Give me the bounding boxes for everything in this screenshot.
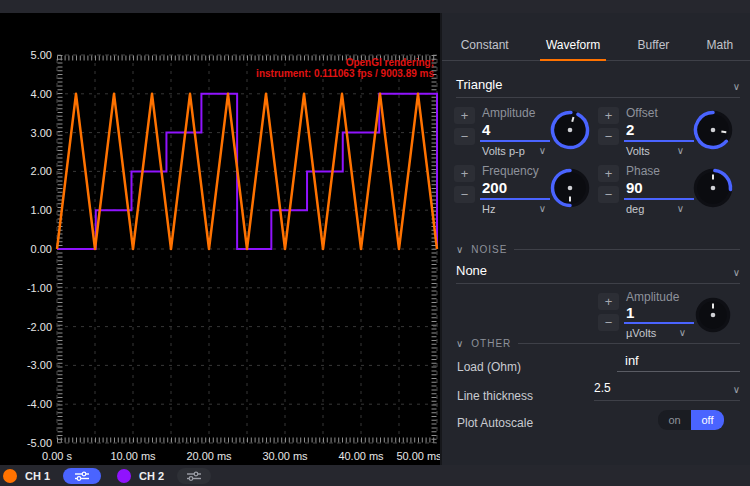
- offset-decrement-button[interactable]: −: [598, 128, 619, 145]
- opengl-fps-overlay: instrument: 0.111063 fps / 9003.89 ms: [256, 68, 434, 79]
- waveform-plot[interactable]: 5.004.003.002.001.000.00-1.00-2.00-3.00-…: [0, 13, 440, 465]
- load-input[interactable]: [617, 353, 740, 372]
- ch2-color-dot[interactable]: [117, 469, 131, 483]
- autoscale-on-option[interactable]: on: [658, 410, 691, 430]
- tab-math[interactable]: Math: [701, 38, 740, 60]
- frequency-value[interactable]: 200: [482, 179, 507, 196]
- offset-increment-button[interactable]: +: [598, 107, 619, 124]
- y-axis-tick-label: -3.00: [27, 359, 52, 371]
- phase-increment-button[interactable]: +: [598, 165, 619, 182]
- x-axis-tick-label: 10.00 ms: [110, 450, 156, 462]
- x-axis-tick-label: 50.00 ms: [396, 450, 440, 462]
- chevron-down-icon: ∨: [679, 328, 686, 338]
- amplitude-label: Amplitude: [482, 106, 535, 120]
- chevron-down-icon: ∨: [539, 204, 546, 214]
- phase-value[interactable]: 90: [626, 179, 643, 196]
- noise-section-label: NOISE: [471, 244, 507, 255]
- chevron-down-icon: ∨: [456, 339, 464, 349]
- chevron-down-icon: ∨: [456, 245, 464, 255]
- y-axis-tick-label: 1.00: [31, 204, 52, 216]
- noise-section-header[interactable]: ∨ NOISE: [456, 244, 740, 255]
- autoscale-off-option[interactable]: off: [691, 410, 724, 430]
- knob-center-dot: [711, 313, 716, 318]
- phase-unit-dropdown[interactable]: deg ∨: [626, 203, 684, 215]
- tab-buffer[interactable]: Buffer: [632, 38, 676, 60]
- amplitude-unit-dropdown[interactable]: Volts p-p ∨: [482, 145, 546, 157]
- phase-knob[interactable]: [692, 167, 734, 213]
- section-divider: [514, 249, 740, 250]
- noise-amplitude-label: Amplitude: [626, 290, 679, 304]
- ch1-color-dot[interactable]: [3, 469, 17, 483]
- knob-center-dot: [568, 128, 573, 133]
- phase-decrement-button[interactable]: −: [598, 186, 619, 203]
- window-top-bar: [0, 0, 750, 13]
- frequency-unit-dropdown[interactable]: Hz ∨: [482, 203, 546, 215]
- line-thickness-label: Line thickness: [457, 389, 533, 403]
- amplitude-knob[interactable]: [549, 109, 591, 155]
- line-thickness-dropdown[interactable]: 2.5 ∨: [594, 381, 740, 401]
- frequency-label: Frequency: [482, 164, 539, 178]
- frequency-decrement-button[interactable]: −: [454, 186, 475, 203]
- ch2-settings-button[interactable]: [177, 468, 211, 484]
- tab-constant[interactable]: Constant: [455, 38, 515, 60]
- frequency-underline: [480, 198, 550, 200]
- chevron-down-icon: ∨: [539, 146, 546, 156]
- knob-pointer: [572, 117, 573, 122]
- noise-type-dropdown[interactable]: None ∨: [456, 263, 740, 284]
- y-axis-tick-label: 5.00: [31, 49, 52, 61]
- noise-amplitude-increment-button[interactable]: +: [598, 293, 619, 310]
- y-axis-tick-label: -2.00: [27, 321, 52, 333]
- y-axis-tick-label: -4.00: [27, 398, 52, 410]
- y-axis-tick-label: 2.00: [31, 165, 52, 177]
- offset-unit-dropdown[interactable]: Volts ∨: [626, 145, 684, 157]
- load-label: Load (Ohm): [457, 360, 521, 374]
- section-divider: [518, 343, 740, 344]
- plot-autoscale-label: Plot Autoscale: [457, 416, 533, 430]
- tab-bar: Constant Waveform Buffer Math: [442, 33, 750, 61]
- offset-unit-value: Volts: [626, 145, 650, 157]
- offset-value[interactable]: 2: [626, 121, 634, 138]
- frequency-increment-button[interactable]: +: [454, 165, 475, 182]
- phase-label: Phase: [626, 164, 660, 178]
- signal-generator-panel: Constant Waveform Buffer Math Triangle ∨…: [440, 13, 750, 465]
- chevron-down-icon: ∨: [677, 146, 684, 156]
- noise-type-value: None: [456, 263, 487, 278]
- y-axis-tick-label: -5.00: [27, 437, 52, 449]
- knob-pointer: [721, 131, 726, 132]
- amplitude-increment-button[interactable]: +: [454, 107, 475, 124]
- oscilloscope-plot-panel: 5.004.003.002.001.000.00-1.00-2.00-3.00-…: [0, 13, 440, 465]
- phase-unit-value: deg: [626, 203, 644, 215]
- other-section-header[interactable]: ∨ OTHER: [456, 338, 740, 349]
- offset-label: Offset: [626, 106, 658, 120]
- channel-bar: CH 1 CH 2: [0, 465, 750, 486]
- amplitude-underline: [480, 140, 550, 142]
- chevron-down-icon: ∨: [733, 385, 740, 395]
- frequency-unit-value: Hz: [482, 203, 495, 215]
- noise-amplitude-decrement-button[interactable]: −: [598, 314, 619, 331]
- amplitude-unit-value: Volts p-p: [482, 145, 525, 157]
- plot-autoscale-toggle: on off: [658, 410, 724, 430]
- knob-center-dot: [711, 186, 716, 191]
- noise-amplitude-knob[interactable]: [694, 296, 732, 338]
- noise-amplitude-value[interactable]: 1: [626, 304, 634, 321]
- ch1-settings-button[interactable]: [63, 468, 101, 484]
- y-axis-tick-label: -1.00: [27, 282, 52, 294]
- frequency-knob[interactable]: [549, 167, 591, 213]
- x-axis-tick-label: 30.00 ms: [262, 450, 308, 462]
- chevron-down-icon: ∨: [677, 204, 684, 214]
- sliders-icon: [74, 471, 90, 481]
- line-thickness-value: 2.5: [594, 381, 611, 395]
- offset-knob[interactable]: [692, 109, 734, 155]
- y-axis-tick-label: 4.00: [31, 88, 52, 100]
- x-axis-tick-label: 20.00 ms: [186, 450, 232, 462]
- knob-center-dot: [711, 128, 716, 133]
- amplitude-decrement-button[interactable]: −: [454, 128, 475, 145]
- amplitude-value[interactable]: 4: [482, 121, 490, 138]
- other-section-label: OTHER: [471, 338, 511, 349]
- waveform-type-dropdown[interactable]: Triangle ∨: [456, 77, 740, 98]
- tab-waveform[interactable]: Waveform: [540, 38, 606, 61]
- y-axis-tick-label: 0.00: [31, 243, 52, 255]
- opengl-fps-overlay: OpenGl rendering;: [346, 57, 434, 68]
- chevron-down-icon: ∨: [733, 82, 740, 92]
- y-axis-tick-label: 3.00: [31, 127, 52, 139]
